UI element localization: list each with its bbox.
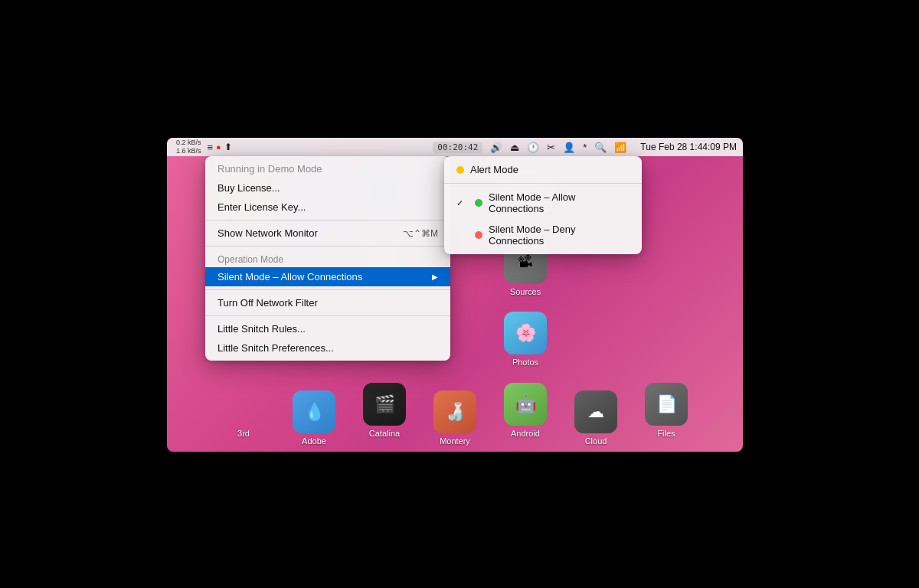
submenu: Alert Mode ✓ Silent Mode – Allow Connect… [444,156,642,254]
buy-license-item[interactable]: Buy License... [205,178,450,198]
time-machine-icon[interactable]: 🕐 [527,142,539,153]
separator-2 [205,246,450,247]
bottom-icon-row: 💧 Adobe 🍶 Montery ☁ Cloud [167,390,743,446]
volume-icon[interactable]: 🔊 [490,142,502,153]
separator-4 [205,315,450,316]
separator-1 [205,220,450,220]
red-dot [475,231,482,239]
adobe-label: Adobe [302,436,326,446]
running-demo-mode: Running in Demo Mode [205,159,450,178]
cloud-label: Cloud [585,436,607,446]
desktop-icon-cloud[interactable]: ☁ Cloud [574,390,617,446]
bars-icon[interactable]: ≡ [208,142,214,153]
separator-3 [205,289,450,290]
green-dot [475,199,482,207]
datetime-display: Tue Feb 28 1:44:09 PM [640,142,737,152]
eject-icon[interactable]: ⏏ [510,142,519,153]
timer-display: 00:20:42 [433,142,482,153]
network-stats: 0.2 kB/s 1.6 kB/s [176,139,201,155]
record-icon: ● [216,142,221,152]
desktop-icon-montery[interactable]: 🍶 Montery [433,390,476,446]
cloud-icon: ☁ [574,390,617,433]
silent-deny-item[interactable]: ✓ Silent Mode – Deny Connections [444,219,642,251]
dropdown-menu: Running in Demo Mode Buy License... Ente… [205,156,450,361]
rules-item[interactable]: Little Snitch Rules... [205,319,450,338]
user-icon[interactable]: 👤 [563,142,575,153]
scissors-icon[interactable]: ✂ [547,142,555,153]
show-network-monitor-item[interactable]: Show Network Monitor ⌥⌃⌘M [205,224,450,243]
menubar-icons: 00:20:42 🔊 ⏏ 🕐 ✂ 👤 * 🔍 📶 Tue Feb 28 1:44… [433,142,737,153]
operation-mode-header: Operation Mode [205,250,450,267]
network-monitor-shortcut: ⌥⌃⌘M [403,228,438,239]
montery-label: Montery [440,436,470,446]
desktop-icon-adobe[interactable]: 💧 Adobe [293,390,335,446]
download-stat: 1.6 kB/s [176,147,201,155]
checkmark-icon: ✓ [456,198,467,208]
submenu-separator [444,183,642,184]
submenu-arrow: ▶ [432,273,438,281]
photos-label: Photos [512,358,538,367]
silent-allow-item[interactable]: ✓ Silent Mode – Allow Connections [444,187,642,219]
adobe-icon: 💧 [293,390,335,433]
menubar: 0.2 kB/s 1.6 kB/s ≡ ● ⬆ 00:20:42 🔊 ⏏ 🕐 ✂… [167,138,743,156]
preferences-item[interactable]: Little Snitch Preferences... [205,338,450,358]
sources-label: Sources [510,287,541,296]
silent-mode-allow-item[interactable]: Silent Mode – Allow Connections ▶ [205,267,450,286]
turn-off-filter-item[interactable]: Turn Off Network Filter [205,293,450,312]
photos-icon: 🌸 [504,312,547,354]
desktop-icon-photos[interactable]: 🌸 Photos [456,305,594,374]
network-icon[interactable]: ⬆ [224,142,232,152]
yellow-dot [456,166,464,174]
enter-license-item[interactable]: Enter License Key... [205,198,450,217]
upload-stat: 0.2 kB/s [176,139,201,147]
wifi-icon[interactable]: 📶 [614,142,626,153]
search-icon[interactable]: 🔍 [594,142,607,153]
alert-mode-item[interactable]: Alert Mode [444,159,642,180]
bluetooth-icon[interactable]: * [583,142,587,153]
montery-icon: 🍶 [433,390,476,433]
menubar-left: 0.2 kB/s 1.6 kB/s ≡ ● ⬆ [176,139,232,155]
